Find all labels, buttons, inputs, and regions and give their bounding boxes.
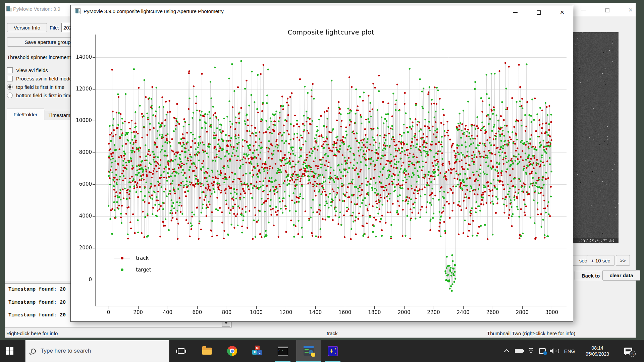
bottom-field-first-radio-row[interactable]: bottom field is first in time <box>7 93 73 98</box>
legend-target-label: target <box>136 267 151 273</box>
plot-window-title: PyMovie 3.9.0 composite lightcurve using… <box>84 8 224 14</box>
target-marker-icon <box>121 268 123 271</box>
y-tick-label: 14000 <box>72 54 92 60</box>
stars-app-button[interactable] <box>324 340 341 362</box>
notification-icon: 5 <box>624 348 632 354</box>
chart-title: Composite lightcurve plot <box>95 28 567 36</box>
y-tick-label: 8000 <box>72 149 92 155</box>
folder-icon <box>202 348 212 355</box>
view-avi-fields-checkbox[interactable] <box>7 67 13 73</box>
clock[interactable]: 08:14 05/09/2023 <box>579 340 616 362</box>
log-line: Timestamp found: 20 <box>8 300 66 305</box>
lightcurve-chart[interactable] <box>71 5 574 321</box>
file-explorer-button[interactable] <box>199 340 215 362</box>
chrome-button[interactable] <box>224 340 240 362</box>
back-to-button[interactable]: Back to <box>575 271 607 280</box>
sync-status[interactable] <box>537 340 548 362</box>
x-tick-label: 200 <box>126 309 150 315</box>
plot-minimize-button[interactable] <box>508 7 522 17</box>
battery-status[interactable] <box>513 340 525 362</box>
stars-app-icon <box>328 346 338 356</box>
x-tick-label: 2600 <box>481 309 504 315</box>
windows-logo-icon <box>6 347 13 355</box>
plus-10-sec-button[interactable]: + 10 sec <box>587 255 614 266</box>
x-tick-label: 1000 <box>245 309 268 315</box>
lightcurve-plot-window: PyMovie 3.9.0 composite lightcurve using… <box>70 5 573 322</box>
pymovie-plot-icon <box>75 8 80 14</box>
x-tick-label: 3000 <box>540 309 564 315</box>
mfc-app-button[interactable]: MFC <box>249 340 266 362</box>
y-tick-label: 12000 <box>72 86 92 92</box>
legend-track-label: track <box>136 255 149 261</box>
legend-line-icon <box>114 258 130 258</box>
terminal-button[interactable]: C:\ <box>274 340 291 362</box>
y-tick-label: 0 <box>72 277 92 283</box>
terminal-icon: C:\ <box>278 347 288 356</box>
tray-expand-button[interactable] <box>502 340 511 362</box>
log-line: Timestamp found: 20 <box>8 287 66 292</box>
main-close-button[interactable]: × <box>624 5 638 15</box>
x-tick-label: 1400 <box>304 309 327 315</box>
process-avi-field-mode-checkbox-row[interactable]: Process avi in field mode <box>7 76 72 81</box>
notification-badge: 5 <box>629 351 636 357</box>
version-info-button[interactable]: Version Info <box>7 23 47 32</box>
mfc-cubes-icon: MFC <box>252 346 263 356</box>
plot-close-button[interactable]: × <box>555 7 569 17</box>
main-maximize-button[interactable] <box>600 5 614 15</box>
main-window-title: PyMovie Version: 3.9 <box>13 6 60 12</box>
x-tick-label: 2400 <box>451 309 475 315</box>
x-tick-label: 2000 <box>392 309 416 315</box>
volume-control[interactable] <box>549 340 559 362</box>
legend-line-icon <box>114 270 130 270</box>
status-left-info[interactable]: Right-click here for info <box>6 330 58 336</box>
fast-forward-button[interactable]: >> <box>616 255 630 266</box>
bottom-field-first-radio[interactable] <box>7 93 13 98</box>
view-avi-fields-checkbox-row[interactable]: View avi fields <box>7 67 48 73</box>
x-tick-label: 2800 <box>511 309 534 315</box>
x-tick-label: 800 <box>215 309 238 315</box>
chevron-up-icon <box>504 349 509 355</box>
task-view-icon <box>178 348 184 354</box>
start-button[interactable] <box>0 340 19 362</box>
status-thumbnail-two-label[interactable]: Thumbnail Two (right-click here for info… <box>487 330 575 336</box>
triangle-down-icon <box>224 321 228 324</box>
main-minimize-button[interactable] <box>577 5 591 15</box>
log-line: Timestamp found: 20 <box>8 312 66 318</box>
wifi-icon <box>527 348 535 354</box>
x-tick-label: 1200 <box>274 309 298 315</box>
legend-item-target: target <box>114 267 151 273</box>
y-tick-label: 2000 <box>72 245 92 251</box>
process-avi-field-mode-label: Process avi in field mode <box>16 76 72 81</box>
wifi-status[interactable] <box>526 340 536 362</box>
top-field-first-radio-row[interactable]: top field is first in time <box>7 84 64 90</box>
legend-item-track: track <box>114 255 149 261</box>
view-avi-fields-label: View avi fields <box>16 67 48 73</box>
y-tick-label: 4000 <box>72 213 92 219</box>
python-app-button-active[interactable] <box>296 340 321 362</box>
y-tick-label: 10000 <box>72 117 92 123</box>
thumbnail-two-image[interactable] <box>572 32 619 243</box>
task-view-button[interactable] <box>173 340 190 362</box>
chrome-icon <box>227 346 237 356</box>
windows-taskbar: MFC C:\ ENG 08:14 05/09/2023 <box>0 340 644 362</box>
file-label: File: <box>50 25 59 31</box>
python-app-icon <box>304 346 314 356</box>
x-tick-label: 1600 <box>333 309 357 315</box>
x-tick-label: 0 <box>97 309 120 315</box>
action-center-button[interactable]: 5 <box>621 340 636 362</box>
tab-file-folder[interactable]: File/Folder <box>7 109 44 120</box>
plot-window-titlebar[interactable]: PyMovie 3.9.0 composite lightcurve using… <box>71 5 573 17</box>
battery-icon <box>515 349 523 353</box>
search-input[interactable] <box>41 348 155 354</box>
taskbar-search-box[interactable] <box>25 340 169 362</box>
tray-date: 05/09/2023 <box>586 351 609 357</box>
process-avi-field-mode-checkbox[interactable] <box>7 76 13 81</box>
top-field-first-radio[interactable] <box>7 84 13 90</box>
tablet-sync-icon <box>539 348 546 354</box>
clear-data-button[interactable]: clear data <box>602 270 640 281</box>
plot-maximize-button[interactable] <box>532 7 546 17</box>
track-marker-icon <box>121 257 123 259</box>
threshold-spinner-label: Threshold spinner increment <box>7 54 71 60</box>
status-track-label: track <box>327 330 338 336</box>
language-indicator[interactable]: ENG <box>562 340 577 362</box>
